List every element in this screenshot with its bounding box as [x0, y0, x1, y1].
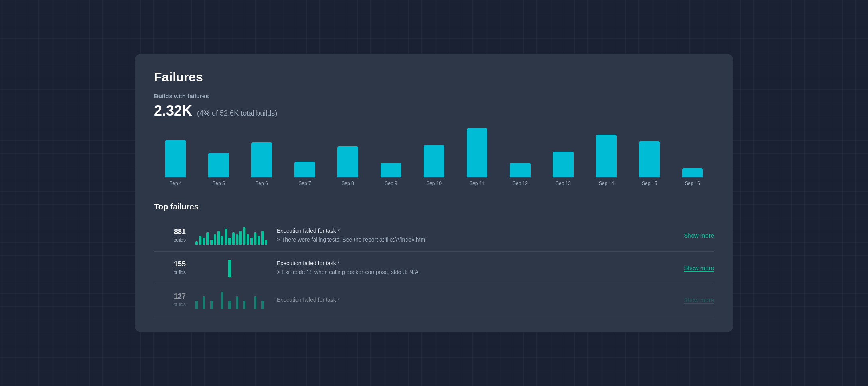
mini-chart [195, 290, 267, 309]
bar [294, 162, 315, 177]
mini-bar [225, 229, 227, 245]
failure-row: 127buildsExecution failed for task *Show… [154, 284, 714, 316]
bar-label: Sep 7 [298, 181, 311, 186]
bar-label: Sep 5 [212, 181, 225, 186]
bar-label: Sep 14 [599, 181, 614, 186]
bar-label: Sep 15 [642, 181, 657, 186]
bar-chart: Sep 4Sep 5Sep 6Sep 7Sep 8Sep 9Sep 10Sep … [154, 130, 714, 186]
failure-line2: > There were failing tests. See the repo… [277, 235, 665, 244]
failure-line1: Execution failed for task * [277, 295, 665, 304]
metric-row: 2.32K (4% of 52.6K total builds) [154, 102, 714, 119]
failure-line2: > Exit-code 18 when calling docker-compo… [277, 268, 665, 276]
bar-group: Sep 15 [628, 141, 671, 186]
bar-group: Sep 6 [240, 142, 283, 186]
metric-sub: (4% of 52.6K total builds) [197, 109, 277, 118]
bar-chart-container: Sep 4Sep 5Sep 6Sep 7Sep 8Sep 9Sep 10Sep … [154, 130, 714, 186]
mini-bar [203, 238, 205, 245]
failure-description: Execution failed for task *> There were … [277, 226, 665, 244]
bar-label: Sep 16 [685, 181, 700, 186]
mini-bar [236, 234, 238, 245]
bar-group: Sep 9 [369, 163, 412, 186]
top-failures-title: Top failures [154, 202, 714, 211]
bar [251, 142, 272, 177]
failure-count: 881builds [154, 228, 186, 243]
bar-group: Sep 11 [456, 128, 499, 187]
mini-bar [250, 238, 253, 245]
mini-bar [243, 301, 245, 309]
failure-row: 155buildsExecution failed for task *> Ex… [154, 252, 714, 284]
mini-bar [228, 260, 231, 277]
mini-bar [221, 236, 223, 245]
failure-row: 881buildsExecution failed for task *> Th… [154, 219, 714, 252]
bar-label: Sep 13 [556, 181, 571, 186]
mini-bar [258, 236, 260, 245]
failure-description: Execution failed for task *> Exit-code 1… [277, 259, 665, 277]
failure-line1: Execution failed for task * [277, 259, 665, 268]
bar [424, 145, 444, 177]
mini-bar [214, 234, 216, 245]
bar [553, 152, 574, 177]
failures-card: Failures Builds with failures 2.32K (4% … [135, 54, 733, 332]
bar-label: Sep 6 [255, 181, 268, 186]
bar-group: Sep 5 [197, 153, 240, 186]
mini-bar [247, 234, 249, 245]
bar-group: Sep 12 [499, 163, 542, 186]
bar-group: Sep 13 [542, 152, 585, 186]
mini-bar [261, 231, 264, 245]
mini-bar [254, 232, 256, 245]
bar-group: Sep 7 [283, 162, 326, 186]
bar-label: Sep 12 [513, 181, 528, 186]
bar [510, 163, 531, 177]
mini-bar [228, 301, 231, 309]
count-label: builds [174, 270, 186, 275]
failure-count: 127builds [154, 292, 186, 308]
mini-bar [203, 296, 205, 309]
mini-bar [236, 296, 238, 309]
failure-description: Execution failed for task * [277, 295, 665, 304]
bar [208, 153, 229, 177]
mini-bar [199, 236, 201, 245]
bar-group: Sep 14 [585, 135, 628, 186]
mini-bar [206, 232, 209, 245]
mini-bar [232, 232, 235, 245]
bar-group: Sep 16 [671, 168, 714, 186]
mini-chart [195, 226, 267, 245]
mini-bar [217, 231, 220, 245]
show-more-button[interactable]: Show more [674, 232, 714, 239]
mini-bar [254, 296, 256, 309]
show-more-button[interactable]: Show more [674, 264, 714, 271]
mini-bar [239, 231, 242, 245]
mini-bar [265, 240, 267, 245]
metric-value: 2.32K [154, 102, 192, 119]
page-title: Failures [154, 70, 714, 85]
mini-bar [261, 301, 264, 309]
bar-label: Sep 11 [470, 181, 485, 186]
failure-count: 155builds [154, 260, 186, 276]
bar-group: Sep 8 [326, 146, 369, 186]
count-num: 155 [154, 260, 186, 268]
bar [381, 163, 401, 177]
count-label: builds [174, 302, 186, 307]
bar-label: Sep 10 [426, 181, 442, 186]
mini-bar [195, 241, 198, 245]
bar [337, 146, 358, 177]
builds-failures-label: Builds with failures [154, 93, 714, 99]
mini-bar [195, 301, 198, 309]
bar-group: Sep 10 [412, 145, 456, 186]
bar [639, 141, 660, 177]
bar [165, 140, 186, 177]
count-num: 127 [154, 292, 186, 301]
bar [596, 135, 617, 177]
count-num: 881 [154, 228, 186, 236]
mini-bar [243, 227, 245, 245]
mini-chart [195, 258, 267, 277]
failure-line1: Execution failed for task * [277, 226, 665, 235]
bar-label: Sep 9 [385, 181, 397, 186]
bar [467, 128, 487, 178]
failure-list: 881buildsExecution failed for task *> Th… [154, 219, 714, 316]
bar [682, 168, 703, 177]
bar-label: Sep 8 [341, 181, 354, 186]
count-label: builds [174, 237, 186, 243]
bar-group: Sep 4 [154, 140, 197, 186]
show-more-button[interactable]: Show more [674, 297, 714, 303]
